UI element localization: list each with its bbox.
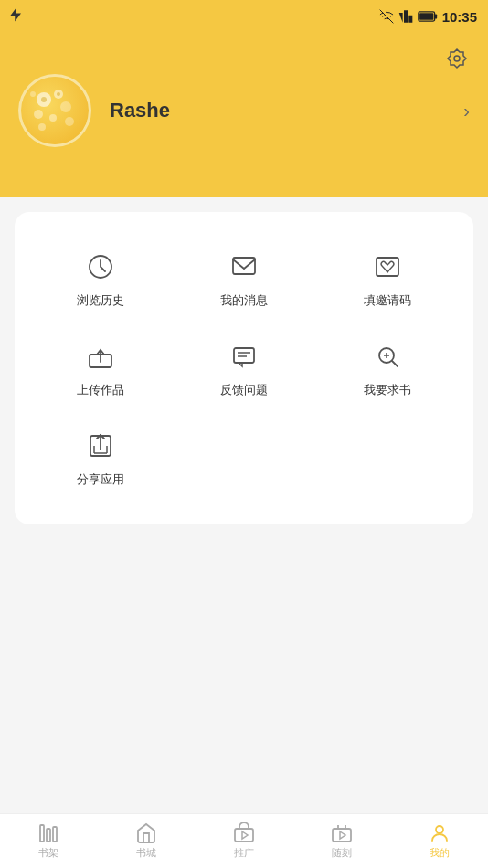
feedback-label: 反馈问题 (220, 382, 268, 398)
status-bar: 10:35 (0, 0, 488, 33)
mine-icon (429, 822, 451, 844)
svg-point-5 (454, 56, 460, 61)
menu-item-browse-history[interactable]: 浏览历史 (29, 234, 173, 323)
status-time: 10:35 (442, 9, 477, 25)
bookshelf-icon (37, 822, 59, 844)
nav-label-moment: 随刻 (332, 846, 352, 860)
svg-rect-39 (333, 829, 351, 842)
nav-label-mine: 我的 (430, 846, 450, 860)
menu-item-upload-works[interactable]: 上传作品 (29, 323, 173, 413)
svg-marker-4 (448, 49, 466, 68)
nav-item-mine[interactable]: 我的 (390, 819, 488, 863)
profile-chevron-icon[interactable]: › (463, 101, 470, 122)
username: Rashe (110, 99, 463, 122)
promotion-icon (233, 822, 255, 844)
svg-point-43 (436, 826, 443, 833)
nav-label-bookshelf: 书架 (38, 846, 58, 860)
signal-icon (398, 9, 413, 24)
svg-rect-34 (40, 825, 44, 842)
svg-rect-37 (235, 829, 253, 842)
svg-marker-0 (10, 8, 21, 22)
nav-item-promotion[interactable]: 推广 (196, 819, 293, 863)
svg-rect-22 (234, 348, 254, 363)
avatar-image (26, 81, 84, 140)
avatar[interactable] (18, 74, 91, 147)
wifi-icon (379, 9, 394, 24)
main-content: 浏览历史 我的消息 填邀请码 上传作品 (0, 197, 488, 813)
fill-invite-code-label: 填邀请码 (364, 292, 411, 309)
bookstore-icon (135, 822, 157, 844)
svg-rect-2 (434, 14, 437, 18)
svg-point-12 (38, 123, 46, 131)
battery-icon (418, 11, 438, 22)
nav-label-promotion: 推广 (234, 846, 254, 860)
menu-item-request-book[interactable]: 我要求书 (315, 323, 459, 413)
profile-header: Rashe › (0, 33, 488, 197)
settings-icon (444, 48, 470, 73)
feedback-icon (226, 338, 262, 375)
nav-item-bookstore[interactable]: 书城 (98, 819, 196, 863)
moment-icon (331, 822, 353, 844)
svg-marker-38 (242, 831, 248, 839)
svg-line-26 (392, 361, 398, 366)
svg-rect-17 (233, 258, 255, 274)
svg-point-11 (65, 117, 74, 126)
menu-grid: 浏览历史 我的消息 填邀请码 上传作品 (29, 234, 459, 503)
settings-button[interactable] (440, 44, 473, 77)
nav-label-bookstore: 书城 (136, 846, 156, 860)
envelope-heart-icon (369, 249, 406, 285)
lightning-icon (7, 6, 24, 26)
svg-rect-36 (53, 827, 57, 842)
menu-item-my-messages[interactable]: 我的消息 (173, 234, 316, 323)
menu-item-share-app[interactable]: 分享应用 (29, 413, 173, 503)
svg-rect-35 (47, 829, 50, 842)
svg-rect-3 (419, 13, 433, 20)
browse-history-label: 浏览历史 (77, 292, 124, 309)
bottom-nav: 书架 书城 推广 随刻 我的 (0, 813, 488, 868)
svg-point-13 (30, 91, 36, 97)
menu-item-fill-invite-code[interactable]: 填邀请码 (315, 234, 459, 323)
request-book-label: 我要求书 (364, 382, 411, 398)
my-messages-label: 我的消息 (220, 292, 268, 309)
svg-point-10 (49, 114, 57, 122)
svg-point-15 (57, 92, 60, 96)
share-icon (82, 428, 119, 464)
menu-card: 浏览历史 我的消息 填邀请码 上传作品 (15, 212, 473, 524)
svg-point-8 (34, 110, 43, 119)
svg-point-9 (60, 101, 71, 112)
svg-marker-40 (340, 831, 345, 839)
nav-item-moment[interactable]: 随刻 (292, 819, 390, 863)
clock-icon (82, 249, 119, 285)
book-search-icon (369, 338, 406, 375)
menu-item-feedback[interactable]: 反馈问题 (173, 323, 316, 413)
upload-works-label: 上传作品 (77, 382, 124, 398)
share-app-label: 分享应用 (77, 471, 124, 488)
svg-point-14 (41, 97, 47, 102)
upload-box-icon (82, 338, 119, 375)
nav-item-bookshelf[interactable]: 书架 (0, 819, 98, 863)
message-icon (226, 249, 262, 285)
